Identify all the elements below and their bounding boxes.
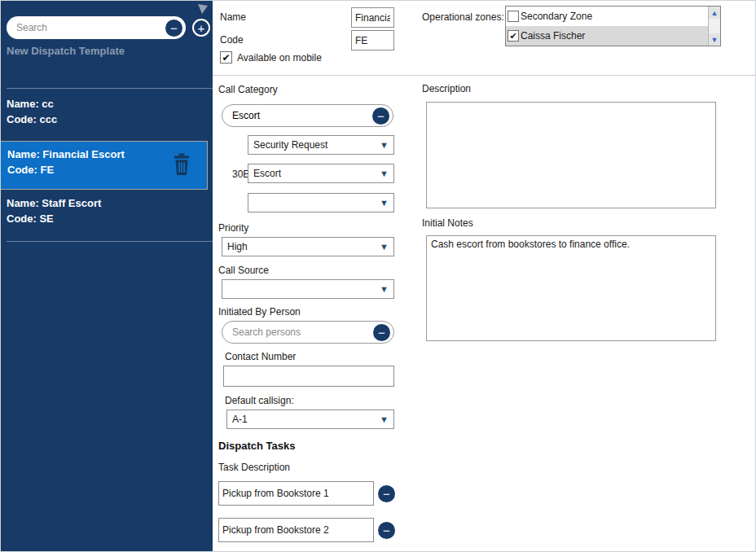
operational-zones-label: Operational zones: [422, 11, 504, 23]
clear-search-icon[interactable]: − [165, 20, 182, 37]
available-on-mobile-label: Available on mobile [237, 52, 322, 64]
task-description-field[interactable] [218, 481, 374, 506]
template-list-item[interactable]: Name: cc Code: ccc [0, 91, 213, 132]
template-code: Code: SE [7, 211, 206, 226]
remove-task-button[interactable]: − [378, 485, 395, 502]
template-name: Name: Staff Escort [7, 195, 206, 211]
default-callsign-dropdown[interactable]: A-1 ▼ [226, 410, 394, 429]
sidebar: − + New Dispatch Template Name: cc Code:… [0, 0, 213, 552]
sidebar-divider [7, 241, 213, 242]
description-label: Description [422, 83, 471, 94]
callsign-value: A-1 [232, 414, 375, 425]
scroll-down-icon[interactable]: ▼ [709, 33, 720, 46]
dispatch-tasks-heading: Dispatch Tasks [218, 440, 295, 452]
chevron-down-icon: ▼ [380, 242, 389, 252]
call-subtype-dropdown[interactable]: ▼ [248, 193, 394, 212]
category-picker[interactable]: − [222, 104, 393, 127]
initiated-by-person-label: Initiated By Person [218, 306, 301, 318]
scroll-up-icon[interactable]: ▲ [709, 7, 720, 19]
add-template-button[interactable]: + [192, 19, 210, 37]
available-on-mobile-checkbox[interactable]: ✔ [220, 51, 232, 64]
call-source-label: Call Source [218, 265, 269, 276]
call-source-dropdown[interactable]: ▼ [222, 279, 394, 299]
contact-number-label: Contact Number [225, 351, 296, 362]
contact-number-field[interactable] [223, 366, 394, 387]
delete-template-button[interactable] [171, 152, 192, 181]
call-type-value: Escort [253, 168, 375, 179]
call-category-label: Call Category [218, 84, 278, 95]
subcategory-dropdown[interactable]: Security Request ▼ [248, 135, 394, 155]
template-editor: Name Code ✔ Available on mobile Operatio… [213, 0, 756, 552]
sidebar-divider [7, 88, 213, 89]
chevron-down-icon: ▼ [380, 414, 389, 424]
task-description-label: Task Description [218, 462, 290, 473]
remove-task-button[interactable]: − [378, 522, 395, 539]
name-field[interactable] [351, 7, 394, 28]
clear-person-icon[interactable]: − [373, 324, 390, 341]
template-search[interactable]: − [7, 16, 186, 39]
search-input[interactable] [16, 22, 165, 33]
remove-category-icon[interactable]: − [372, 107, 389, 125]
operational-zones-listbox: Secondary Zone ✔ Caissa Fischer ▲ ▼ [505, 6, 721, 46]
task-description-field[interactable] [218, 518, 374, 542]
chevron-down-icon: ▼ [380, 169, 389, 178]
priority-value: High [227, 241, 375, 252]
new-dispatch-template-link[interactable]: New Dispatch Template [7, 45, 125, 57]
template-list-item[interactable]: Name: Staff Escort Code: SE [0, 191, 213, 231]
zone-label: Caissa Fischer [521, 30, 585, 42]
category-value-input[interactable] [232, 110, 372, 121]
default-callsign-label: Default callsign: [225, 395, 294, 406]
subcategory-value: Security Request [253, 139, 375, 151]
call-type-dropdown[interactable]: Escort ▼ [248, 164, 394, 183]
initial-notes-textarea[interactable]: Cash escort from bookstores to finance o… [426, 235, 716, 341]
section-divider [213, 75, 755, 76]
zone-row-selected[interactable]: ✔ Caissa Fischer [506, 26, 708, 46]
zone-label: Secondary Zone [521, 11, 592, 22]
code-field[interactable] [351, 30, 394, 50]
description-textarea[interactable] [426, 102, 716, 208]
chevron-down-icon: ▼ [380, 198, 389, 208]
name-label: Name [220, 11, 246, 23]
zone-checkbox[interactable]: ✔ [508, 30, 519, 42]
initial-notes-label: Initial Notes [422, 217, 473, 229]
person-search[interactable]: − [222, 321, 394, 344]
zones-scrollbar[interactable]: ▲ ▼ [708, 7, 720, 46]
priority-dropdown[interactable]: High ▼ [222, 237, 394, 256]
person-search-input[interactable] [232, 326, 373, 338]
trash-icon [171, 152, 192, 177]
template-list-item-selected[interactable]: Name: Financial Escort Code: FE [0, 141, 208, 190]
chevron-down-icon: ▼ [380, 140, 389, 150]
zone-row[interactable]: Secondary Zone [506, 7, 708, 26]
chevron-down-icon: ▼ [380, 284, 389, 294]
template-code: Code: ccc [7, 112, 206, 127]
template-name: Name: cc [7, 96, 206, 112]
code-label: Code [220, 34, 244, 46]
priority-label: Priority [218, 222, 248, 234]
mouse-pointer-icon [196, 2, 209, 19]
zone-checkbox[interactable] [508, 11, 519, 22]
